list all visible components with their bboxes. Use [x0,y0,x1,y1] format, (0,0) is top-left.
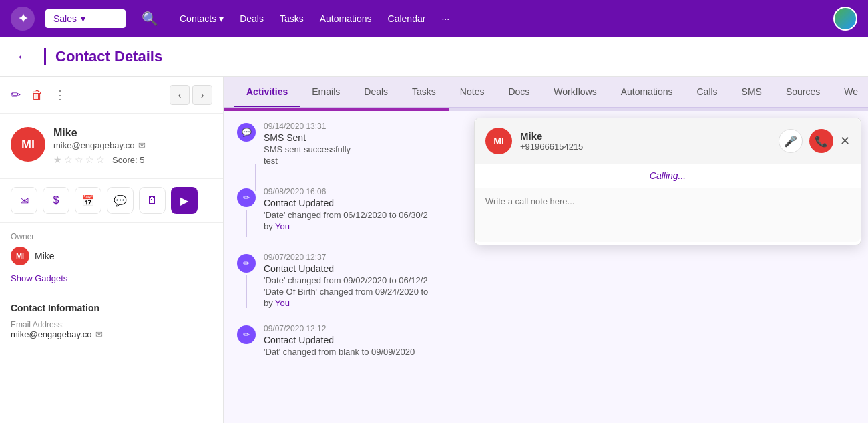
email-button[interactable]: ✉ [11,187,37,214]
contact-info-title: Contact Information [11,303,212,313]
main-layout: ✏ 🗑 ⋮ ‹ › MI Mike mike@engagebay.co ✉ [0,77,868,423]
tab-automations[interactable]: Automations [609,77,685,108]
you-link[interactable]: You [275,298,290,308]
delete-icon[interactable]: 🗑 [31,88,43,102]
next-contact-button[interactable]: › [192,85,212,105]
page-header: ← Contact Details [0,37,868,77]
contact-sidebar: ✏ 🗑 ⋮ ‹ › MI Mike mike@engagebay.co ✉ [0,77,224,423]
email-info-row: Email Address: mike@engagebay.co ✉ [11,320,212,339]
activity-title: SMS Sent [264,132,351,143]
page-title: Contact Details [44,48,162,65]
tab-tasks[interactable]: Tasks [400,77,448,108]
edit-activity-icon: ✏ [237,254,256,273]
more-options-icon[interactable]: ⋮ [54,88,66,102]
tab-activities[interactable]: Activities [234,77,300,108]
you-link[interactable]: You [275,221,290,231]
calling-contact-avatar: MI [485,128,512,154]
contact-email: mike@engagebay.co ✉ [53,140,212,150]
email-icon: ✉ [138,140,146,150]
tab-emails[interactable]: Emails [300,77,352,108]
right-panel: Activities Emails Deals Tasks Notes Docs… [224,77,868,423]
edit-activity-icon: ✏ [237,188,256,207]
nav-contacts[interactable]: Contacts ▾ [180,13,224,24]
activity-title: Contact Updated [264,335,415,345]
activity-timestamp: 09/07/2020 12:37 [264,253,428,262]
edit-activity-icon: ✏ [237,325,256,344]
owner-name: Mike [35,251,55,261]
owner-section: Owner MI Mike Show Gadgets [0,223,223,293]
calling-contact-name: Mike [520,130,771,142]
deal-button[interactable]: $ [43,187,69,214]
activities-panel: 💬 09/14/2020 13:31 SMS Sent SMS sent suc… [224,111,868,423]
owner-avatar: MI [11,247,29,265]
activity-item: ✏ 09/07/2020 12:37 Contact Updated 'Date… [237,253,855,308]
mute-button[interactable]: 🎤 [779,129,803,153]
sms-button[interactable]: 💬 [107,187,134,214]
nav-links: Contacts ▾ Deals Tasks Automations Calen… [180,13,449,24]
workspace-label: Sales [53,13,77,24]
nav-automations[interactable]: Automations [320,13,372,24]
tab-sources[interactable]: Sources [774,77,832,108]
tab-sms[interactable]: SMS [730,77,774,108]
contact-name: Mike [53,127,212,139]
nav-deals[interactable]: Deals [240,13,264,24]
sms-activity-icon: 💬 [237,123,256,142]
calling-modal: MI Mike +919666154215 🎤 📞 ✕ Calling... [474,118,861,245]
edit-icon[interactable]: ✏ [11,88,21,102]
activity-timestamp: 09/14/2020 13:31 [264,122,351,131]
contact-info-section: Contact Information Email Address: mike@… [0,293,223,353]
sidebar-toolbar: ✏ 🗑 ⋮ ‹ › [0,77,223,114]
show-gadgets-button[interactable]: Show Gadgets [11,273,212,283]
prev-contact-button[interactable]: ‹ [170,85,190,105]
activity-timestamp: 09/07/2020 12:12 [264,324,415,333]
activity-timestamp: 09/08/2020 16:06 [264,187,428,196]
calling-status: Calling... [475,164,861,188]
top-navigation: ✦ Sales ▾ 🔍 Contacts ▾ Deals Tasks Autom… [0,0,868,37]
call-note-input[interactable] [475,188,861,242]
user-avatar[interactable] [833,7,857,31]
back-button[interactable]: ← [16,48,31,65]
tabs-bar: Activities Emails Deals Tasks Notes Docs… [224,77,868,108]
task-button[interactable]: 📅 [75,187,101,214]
nav-tasks[interactable]: Tasks [280,13,304,24]
email-info-icon: ✉ [95,329,103,339]
calling-modal-header: MI Mike +919666154215 🎤 📞 ✕ [475,118,861,164]
nav-calendar[interactable]: Calendar [388,13,426,24]
tab-workflows[interactable]: Workflows [541,77,608,108]
tab-notes[interactable]: Notes [448,77,497,108]
send-button[interactable]: ▶ [171,187,198,214]
activity-title: Contact Updated [264,263,428,274]
contact-avatar: MI [11,127,45,162]
tab-we[interactable]: We [832,77,868,108]
contact-stars: ★ ☆ ☆ ☆ ☆ Score: 5 [53,154,212,165]
activity-item: ✏ 09/07/2020 12:12 Contact Updated 'Dat'… [237,324,855,357]
workspace-dropdown[interactable]: Sales ▾ [45,9,126,28]
contact-card: MI Mike mike@engagebay.co ✉ ★ ☆ ☆ ☆ ☆ [0,114,223,179]
tab-deals[interactable]: Deals [352,77,400,108]
nav-arrows: ‹ › [170,85,212,105]
calling-contact-phone: +919666154215 [520,142,771,152]
nav-more[interactable]: ··· [441,13,449,24]
app-logo: ✦ [11,7,35,31]
search-icon[interactable]: 🔍 [142,11,158,27]
action-buttons-row: ✉ $ 📅 💬 🗓 ▶ [0,179,223,223]
tab-docs[interactable]: Docs [496,77,541,108]
calendar-button[interactable]: 🗓 [139,187,166,214]
owner-label: Owner [11,232,212,241]
activity-title: Contact Updated [264,198,428,208]
close-modal-icon[interactable]: ✕ [840,134,850,148]
hangup-button[interactable]: 📞 [809,129,833,153]
contact-identity: MI Mike mike@engagebay.co ✉ ★ ☆ ☆ ☆ ☆ [11,127,212,165]
tab-calls[interactable]: Calls [684,77,729,108]
